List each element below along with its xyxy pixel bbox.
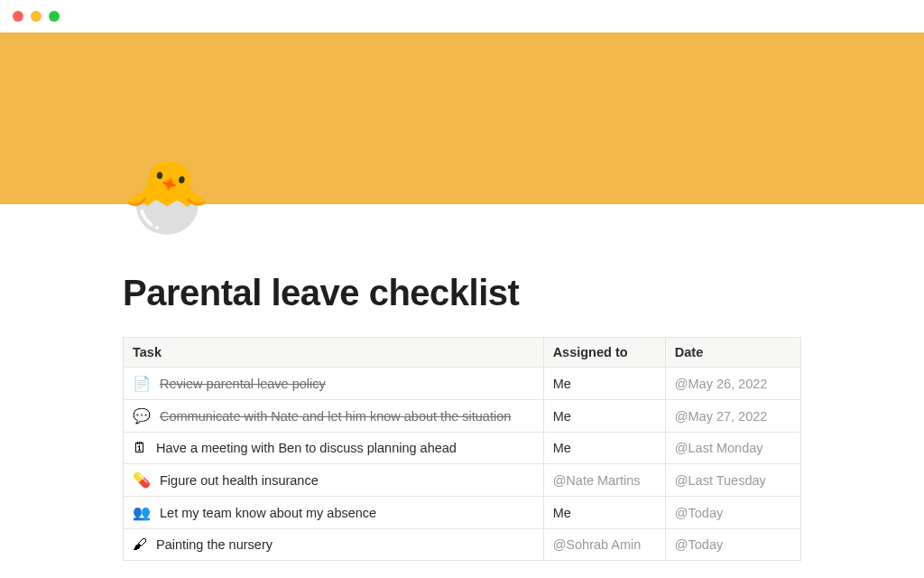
- task-cell[interactable]: 📄 Review parental leave policy: [124, 368, 544, 400]
- assigned-cell[interactable]: @Sohrab Amin: [543, 529, 665, 561]
- checklist-table: Task Assigned to Date 📄 Review parental …: [123, 337, 801, 561]
- assigned-cell[interactable]: Me: [543, 400, 665, 433]
- assigned-cell[interactable]: @Nate Martins: [543, 464, 665, 497]
- task-emoji-icon: 🗓: [133, 440, 147, 456]
- page-content: 🐣 Parental leave checklist Task Assigned…: [0, 204, 924, 561]
- assignee-text: Me: [553, 409, 571, 424]
- column-header-task[interactable]: Task: [124, 338, 544, 368]
- date-cell[interactable]: @May 27, 2022: [665, 400, 800, 433]
- task-text: Let my team know about my absence: [160, 506, 376, 520]
- table-row[interactable]: 👥 Let my team know about my absence Me@T…: [124, 497, 801, 529]
- date-mention[interactable]: @May 26, 2022: [675, 377, 768, 391]
- table-row[interactable]: 📄 Review parental leave policy Me@May 26…: [124, 368, 801, 400]
- task-emoji-icon: 🖌: [133, 536, 147, 553]
- task-emoji-icon: 📄: [133, 375, 151, 392]
- task-text: Communicate with Nate and let him know a…: [160, 409, 511, 424]
- task-emoji-icon: 👥: [133, 504, 151, 521]
- assigned-cell[interactable]: Me: [543, 368, 665, 400]
- date-cell[interactable]: @Today: [665, 497, 800, 529]
- assigned-cell[interactable]: Me: [543, 497, 665, 529]
- task-text: Review parental leave policy: [160, 377, 326, 391]
- task-text: Have a meeting with Ben to discuss plann…: [156, 441, 457, 455]
- minimize-icon[interactable]: [31, 11, 42, 22]
- date-cell[interactable]: @Last Monday: [665, 433, 800, 464]
- task-cell[interactable]: 👥 Let my team know about my absence: [124, 497, 544, 529]
- date-cell[interactable]: @May 26, 2022: [665, 368, 800, 400]
- user-mention[interactable]: @Sohrab Amin: [553, 537, 642, 552]
- table-row[interactable]: 💬 Communicate with Nate and let him know…: [124, 400, 801, 433]
- date-mention[interactable]: @Today: [675, 537, 723, 552]
- task-text: Figure out health insurance: [160, 473, 319, 488]
- task-cell[interactable]: 🖌 Painting the nursery: [124, 529, 544, 561]
- zoom-icon[interactable]: [49, 11, 60, 22]
- assigned-cell[interactable]: Me: [543, 433, 665, 464]
- date-mention[interactable]: @May 27, 2022: [675, 409, 768, 424]
- date-mention[interactable]: @Today: [675, 506, 723, 520]
- page-title[interactable]: Parental leave checklist: [123, 204, 801, 313]
- assignee-text: Me: [553, 377, 571, 391]
- date-cell[interactable]: @Today: [665, 529, 800, 561]
- date-mention[interactable]: @Last Tuesday: [675, 473, 766, 488]
- task-cell[interactable]: 🗓 Have a meeting with Ben to discuss pla…: [124, 433, 544, 464]
- close-icon[interactable]: [13, 11, 23, 22]
- window-chrome: [0, 0, 924, 33]
- table-row[interactable]: 💊 Figure out health insurance @Nate Mart…: [124, 464, 801, 497]
- column-header-assigned[interactable]: Assigned to: [543, 338, 665, 368]
- date-mention[interactable]: @Last Monday: [675, 441, 763, 455]
- table-row[interactable]: 🖌 Painting the nursery @Sohrab Amin@Toda…: [124, 529, 801, 561]
- task-emoji-icon: 💬: [133, 407, 151, 424]
- task-emoji-icon: 💊: [133, 471, 151, 489]
- task-cell[interactable]: 💬 Communicate with Nate and let him know…: [124, 400, 544, 433]
- user-mention[interactable]: @Nate Martins: [553, 473, 641, 488]
- task-text: Painting the nursery: [156, 537, 273, 552]
- table-header-row: Task Assigned to Date: [124, 338, 801, 368]
- column-header-date[interactable]: Date: [665, 338, 800, 368]
- table-row[interactable]: 🗓 Have a meeting with Ben to discuss pla…: [124, 433, 801, 464]
- task-cell[interactable]: 💊 Figure out health insurance: [124, 464, 544, 497]
- assignee-text: Me: [553, 441, 571, 455]
- date-cell[interactable]: @Last Tuesday: [665, 464, 800, 497]
- assignee-text: Me: [553, 506, 571, 520]
- page-icon[interactable]: 🐣: [123, 161, 210, 231]
